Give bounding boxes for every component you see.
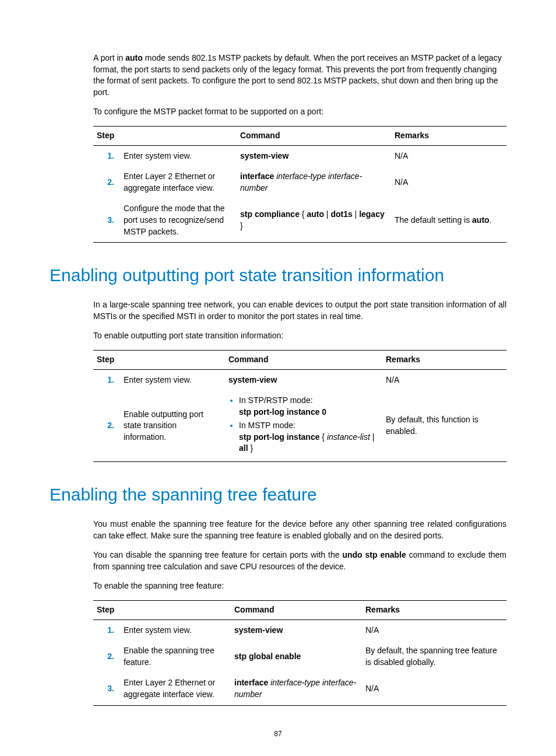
step-number: 1. xyxy=(93,145,120,166)
header-command: Command xyxy=(231,601,362,620)
text: | xyxy=(370,432,375,442)
section1-paragraph-2: To enable outputting port state transiti… xyxy=(93,330,506,342)
bold: dot1s xyxy=(330,209,352,219)
section2-paragraph-1: You must enable the spanning tree featur… xyxy=(93,519,506,541)
bold: interface xyxy=(234,678,270,687)
header-remarks: Remarks xyxy=(391,126,506,145)
remarks-text: N/A xyxy=(391,145,506,166)
remarks-text: N/A xyxy=(382,369,506,390)
text: A port in xyxy=(93,53,125,62)
step-desc: Enter system view. xyxy=(120,369,225,390)
table-row: 2. Enter Layer 2 Ethernet or aggregate i… xyxy=(93,166,506,198)
remarks-text: N/A xyxy=(362,673,506,705)
table-header-row: Step Command Remarks xyxy=(93,601,506,620)
bold: all xyxy=(239,443,248,453)
text: | xyxy=(353,209,359,219)
bold: auto xyxy=(307,209,324,219)
bold: undo stp enable xyxy=(342,550,406,559)
header-command: Command xyxy=(237,126,391,145)
command-text: system-view xyxy=(237,145,391,166)
table-header-row: Step Command Remarks xyxy=(93,126,506,145)
text: . xyxy=(490,215,492,225)
header-step: Step xyxy=(93,126,237,145)
section2-paragraph-2: You can disable the spanning tree featur… xyxy=(93,550,506,572)
bold-text: auto xyxy=(125,53,143,62)
step-number: 1. xyxy=(93,369,120,390)
table-row: 1. Enter system view. system-view N/A xyxy=(93,369,506,390)
step-number: 3. xyxy=(93,673,120,705)
config-table-2: Step Command Remarks 1. Enter system vie… xyxy=(93,350,506,462)
remarks-text: N/A xyxy=(362,620,506,640)
config-table-3: Step Command Remarks 1. Enter system vie… xyxy=(93,600,506,706)
header-command: Command xyxy=(225,350,382,369)
step-number: 2. xyxy=(93,640,120,673)
text: } xyxy=(240,221,243,230)
table-row: 3. Configure the mode that the port uses… xyxy=(93,198,506,242)
text: In STP/RSTP mode: xyxy=(239,396,313,405)
step-desc: Enter system view. xyxy=(120,145,237,166)
list-item: In STP/RSTP mode:stp port-log instance 0 xyxy=(239,395,379,418)
header-step: Step xyxy=(93,350,225,369)
step-number: 2. xyxy=(93,390,120,461)
step-number: 2. xyxy=(93,166,120,198)
step-number: 3. xyxy=(93,198,120,242)
command-text: system-view xyxy=(225,369,382,390)
header-remarks: Remarks xyxy=(362,601,506,620)
section-heading-2: Enabling the spanning tree feature xyxy=(50,482,506,507)
command-text: In STP/RSTP mode:stp port-log instance 0… xyxy=(225,390,382,461)
text: | xyxy=(324,209,330,219)
table-header-row: Step Command Remarks xyxy=(93,350,506,369)
intro-paragraph-1: A port in auto mode sends 802.1s MSTP pa… xyxy=(93,52,506,98)
text: The default setting is xyxy=(395,215,472,225)
page-number: 87 xyxy=(50,729,506,739)
text: { xyxy=(322,432,327,442)
section1-paragraph-1: In a large-scale spanning tree network, … xyxy=(93,299,506,322)
remarks-text: By default, the spanning tree feature is… xyxy=(362,640,506,673)
text: } xyxy=(248,443,254,453)
table-row: 2. Enable the spanning tree feature. stp… xyxy=(93,640,506,673)
section-heading-1: Enabling outputting port state transitio… xyxy=(50,263,506,288)
step-desc: Enter system view. xyxy=(120,620,231,640)
table-row: 2. Enable outputting port state transiti… xyxy=(93,390,506,461)
table-row: 3. Enter Layer 2 Ethernet or aggregate i… xyxy=(93,673,506,705)
text: mode sends 802.1s MSTP packets by defaul… xyxy=(93,53,502,97)
step-desc: Enter Layer 2 Ethernet or aggregate inte… xyxy=(120,673,231,705)
remarks-text: N/A xyxy=(391,166,506,198)
command-text: interface interface-type interface-numbe… xyxy=(231,673,362,705)
command-text: stp global enable xyxy=(231,640,362,673)
step-desc: Enable outputting port state transition … xyxy=(120,390,225,461)
table-row: 1. Enter system view. system-view N/A xyxy=(93,620,506,640)
list-item: In MSTP mode:stp port-log instance { ins… xyxy=(239,420,379,454)
step-desc: Enter Layer 2 Ethernet or aggregate inte… xyxy=(120,166,237,198)
header-remarks: Remarks xyxy=(382,350,506,369)
bold: stp port-log instance 0 xyxy=(239,407,326,416)
text: You can disable the spanning tree featur… xyxy=(93,550,342,559)
text: In MSTP mode: xyxy=(239,421,295,430)
bold: auto xyxy=(472,215,490,225)
command-text: interface interface-type interface-numbe… xyxy=(237,166,391,198)
command-text: stp compliance { auto | dot1s | legacy } xyxy=(237,198,391,242)
table-row: 1. Enter system view. system-view N/A xyxy=(93,145,506,166)
bold: legacy xyxy=(359,209,385,219)
remarks-text: The default setting is auto. xyxy=(391,198,506,242)
step-desc: Configure the mode that the port uses to… xyxy=(120,198,237,242)
italic: instance-list xyxy=(327,432,370,442)
section2-paragraph-3: To enable the spanning tree feature: xyxy=(93,580,506,592)
header-step: Step xyxy=(93,601,231,620)
intro-paragraph-2: To configure the MSTP packet format to b… xyxy=(93,106,506,118)
command-text: system-view xyxy=(231,620,362,640)
config-table-1: Step Command Remarks 1. Enter system vie… xyxy=(93,126,506,243)
bold: interface xyxy=(240,172,276,181)
remarks-text: By default, this function is enabled. xyxy=(382,390,506,461)
bold: stp compliance xyxy=(240,209,302,219)
step-desc: Enable the spanning tree feature. xyxy=(120,640,231,673)
bold: stp port-log instance xyxy=(239,432,322,442)
step-number: 1. xyxy=(93,620,120,640)
